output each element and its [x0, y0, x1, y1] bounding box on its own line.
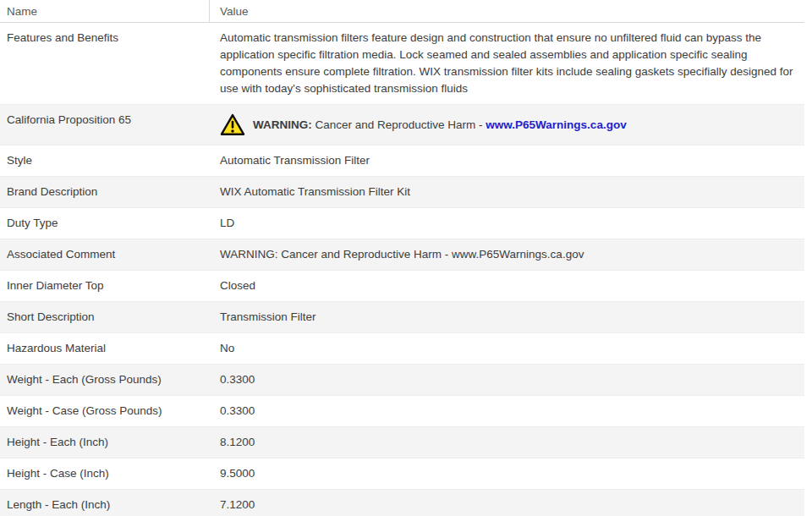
spec-value-cell: 9.5000: [210, 458, 804, 489]
spec-value-cell: 7.1200: [210, 490, 804, 516]
spec-row: StyleAutomatic Transmission Filter: [0, 145, 804, 177]
spec-name-cell: Weight - Case (Gross Pounds): [0, 396, 210, 426]
spec-row: Short DescriptionTransmission Filter: [0, 302, 804, 333]
spec-name-cell: Inner Diameter Top: [0, 271, 210, 301]
spec-row: Duty TypeLD: [0, 208, 804, 239]
spec-value-cell: LD: [210, 208, 804, 239]
spec-row: Weight - Each (Gross Pounds)0.3300: [0, 365, 804, 396]
spec-name-cell: Height - Each (Inch): [0, 427, 210, 458]
spec-value-cell: Automatic Transmission Filter: [210, 145, 804, 176]
spec-value-cell: 0.3300: [210, 396, 804, 426]
column-header-value: Value: [210, 0, 804, 22]
spec-name-cell: Features and Benefits: [0, 23, 210, 104]
spec-row: Inner Diameter TopClosed: [0, 271, 804, 302]
spec-value-cell: 0.3300: [210, 365, 804, 395]
spec-name-cell: Style: [0, 145, 210, 176]
p65-warning-text: WARNING: Cancer and Reproductive Harm - …: [253, 117, 627, 134]
spec-name-cell: Weight - Each (Gross Pounds): [0, 365, 210, 395]
spec-name-cell: Brand Description: [0, 177, 210, 207]
table-header-row: Name Value: [0, 0, 804, 23]
spec-name-cell: Hazardous Material: [0, 333, 210, 364]
spec-value-cell: Transmission Filter: [210, 302, 804, 332]
spec-value-cell: WARNING: Cancer and Reproductive Harm - …: [210, 105, 804, 145]
spec-value-cell: Automatic transmission filters feature d…: [210, 23, 804, 104]
spec-name-cell: California Proposition 65: [0, 105, 210, 145]
spec-row: Hazardous MaterialNo: [0, 333, 804, 365]
product-spec-table: Name Value Features and BenefitsAutomati…: [0, 0, 804, 516]
spec-value-cell: 8.1200: [210, 427, 804, 458]
spec-value-cell: Closed: [210, 271, 804, 301]
spec-row: Height - Case (Inch)9.5000: [0, 458, 804, 490]
spec-value-cell: WARNING: Cancer and Reproductive Harm - …: [210, 239, 804, 270]
spec-name-cell: Height - Case (Inch): [0, 458, 210, 489]
spec-name-cell: Associated Comment: [0, 239, 210, 270]
spec-row: Length - Each (Inch)7.1200: [0, 490, 804, 516]
spec-row: Height - Each (Inch)8.1200: [0, 427, 804, 458]
spec-name-cell: Short Description: [0, 302, 210, 332]
spec-row: Features and BenefitsAutomatic transmiss…: [0, 23, 804, 105]
spec-row: Brand DescriptionWIX Automatic Transmiss…: [0, 177, 804, 208]
table-body: Features and BenefitsAutomatic transmiss…: [0, 23, 804, 516]
spec-row: Weight - Case (Gross Pounds)0.3300: [0, 396, 804, 427]
warning-label: WARNING:: [253, 118, 312, 131]
warning-triangle-icon: [220, 113, 245, 136]
spec-row: Associated CommentWARNING: Cancer and Re…: [0, 239, 804, 271]
spec-value-cell: WIX Automatic Transmission Filter Kit: [210, 177, 804, 207]
spec-name-cell: Duty Type: [0, 208, 210, 239]
spec-value-cell: No: [210, 333, 804, 364]
column-header-name: Name: [0, 0, 210, 22]
spec-row: California Proposition 65WARNING: Cancer…: [0, 105, 804, 145]
p65-warnings-link[interactable]: www.P65Warnings.ca.gov: [486, 118, 626, 131]
spec-name-cell: Length - Each (Inch): [0, 490, 210, 516]
